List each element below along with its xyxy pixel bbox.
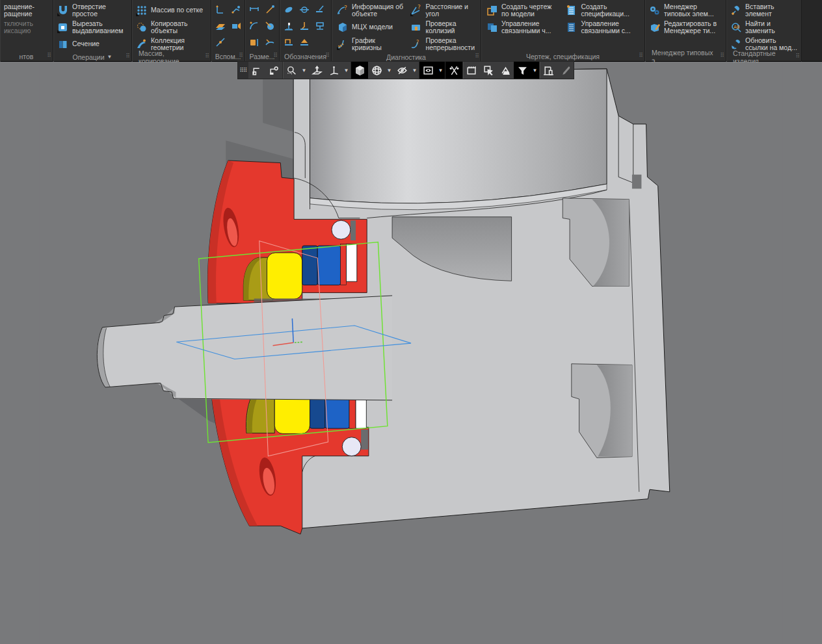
group-label-drawing-spec[interactable]: Чертеж, спецификация⠿ <box>481 51 644 62</box>
section-line-icon[interactable] <box>297 3 312 17</box>
item-label: ращение- <box>4 3 34 10</box>
group-label-template-manager[interactable]: Менеджер типовых э...⠿ <box>645 51 726 62</box>
ribbon-item-manage-linked-drawings[interactable]: Управлениесвязанными ч... <box>486 19 564 35</box>
group-grip[interactable]: ⠿ <box>47 52 51 58</box>
ribbon-item-insert-element[interactable]: Вставитьэлемент <box>730 2 799 18</box>
section-view-button[interactable] <box>445 62 462 79</box>
axis-z-icon <box>295 342 303 342</box>
group-label-elements[interactable]: нтов⠿ <box>0 51 53 62</box>
svg-text:?: ? <box>416 40 419 45</box>
bearing-roller-upper[interactable] <box>267 253 302 299</box>
ribbon-item-create-spec[interactable]: Создатьспецификаци... <box>566 2 642 18</box>
taper-icon[interactable] <box>297 35 312 49</box>
orient-view-button[interactable] <box>308 62 325 79</box>
plug-white-lower[interactable] <box>342 437 361 456</box>
spacer-white-upper[interactable] <box>347 244 357 281</box>
ribbon-item-object-info[interactable]: ? Информация обобъекте <box>337 2 409 18</box>
ribbon-item-template-manager[interactable]: Менеджертиповых элем... <box>649 2 723 18</box>
geometry-point-icon[interactable] <box>229 3 243 17</box>
bearing-ring-upper[interactable] <box>317 246 340 285</box>
svg-text:?: ? <box>344 5 347 11</box>
ribbon-item-manage-linked-specs[interactable]: Управлениесвязанными с... <box>566 19 642 35</box>
ribbon-item-distance-angle[interactable]: ? Расстояние иугол <box>410 2 478 18</box>
ribbon-item-collision-check[interactable]: Проверкаколлизий <box>410 19 478 35</box>
extrude-cut-icon <box>57 21 69 33</box>
ribbon-group-array-copy: Массив по сетке Копироватьобъекты Коллек… <box>132 0 211 62</box>
ribbon-item-section[interactable]: Сечение <box>57 36 129 52</box>
ribbon-item-extrude-cut[interactable]: Вырезатьвыдавливанием <box>57 19 129 35</box>
view-projection-icon[interactable] <box>229 19 243 33</box>
sketch-place-button[interactable] <box>265 62 282 79</box>
frame-tool-button[interactable] <box>463 62 480 79</box>
group-caret-icon[interactable]: ▼ <box>107 54 113 60</box>
collision-check-icon <box>410 21 422 33</box>
zoom-area-caret[interactable]: ▼ <box>300 62 308 79</box>
arc-dimension-icon[interactable] <box>263 35 277 49</box>
ribbon-item-simple-hole[interactable]: Отверстиепростое <box>57 2 129 18</box>
datum-icon[interactable] <box>282 19 296 33</box>
model-scene[interactable] <box>0 62 822 644</box>
ribbon-group-diagnostics: ? Информация обобъекте МЦХ модели График… <box>332 0 481 62</box>
hole-simple-icon <box>57 5 69 16</box>
edit-cube-icon <box>649 21 661 33</box>
coordinate-axes-button[interactable] <box>325 62 342 79</box>
group-label-operations[interactable]: Операции▼⠿ <box>53 52 131 62</box>
mass-properties-icon <box>337 21 349 33</box>
model-cylinder[interactable] <box>310 69 607 203</box>
surface-finish-icon[interactable] <box>297 19 312 33</box>
ribbon-group-dimensions: Разме...⠿ <box>245 0 280 62</box>
group-label-designations[interactable]: Обозначения⠿ <box>280 51 331 62</box>
display-wireframe-caret[interactable]: ▼ <box>385 62 393 79</box>
group-label-standard-parts[interactable]: Стандартные изделия⠿ <box>726 52 801 62</box>
tolerance-frame-icon[interactable] <box>313 19 327 33</box>
model-right-notch <box>632 175 641 189</box>
group-label-auxiliary[interactable]: Вспом...⠿ <box>211 51 245 62</box>
ribbon-item-revolve[interactable]: ращение-ращение <box>4 2 50 18</box>
ribbon-item-grid-array[interactable]: Массив по сетке <box>136 2 208 18</box>
clip-view-caret[interactable]: ▼ <box>436 62 445 79</box>
plug-white-upper[interactable] <box>332 220 351 239</box>
group-label-array-copy[interactable]: Массив, копирование⠿ <box>132 52 211 62</box>
angular-dimension-icon[interactable] <box>247 19 261 33</box>
curve-point-icon[interactable] <box>213 35 228 49</box>
toolbar-grip[interactable]: ⠿⠿ <box>238 62 248 79</box>
ribbon-item-curvature-graph[interactable]: Графиккривизны <box>337 36 409 52</box>
ribbon-item-create-drawing[interactable]: Создать чертежпо модели <box>486 2 564 18</box>
clip-view-button[interactable] <box>419 62 436 79</box>
construction-plane-icon[interactable] <box>213 19 228 33</box>
display-shaded-button[interactable] <box>351 62 368 79</box>
radial-dimension-icon[interactable] <box>263 19 277 33</box>
filter-caret[interactable]: ▼ <box>531 62 539 79</box>
roughness-icon[interactable] <box>282 3 296 17</box>
ribbon-item-mass-properties[interactable]: МЦХ модели <box>337 19 409 35</box>
svg-text:?: ? <box>418 5 421 10</box>
linear-dimension-icon[interactable] <box>247 3 261 17</box>
measure-stand-button[interactable] <box>540 62 557 79</box>
hidden-lines-button[interactable] <box>393 62 410 79</box>
zoom-area-button[interactable] <box>283 62 300 79</box>
group-label-diagnostics[interactable]: Диагностика⠿ <box>332 52 481 62</box>
filter-button[interactable] <box>514 62 531 79</box>
aligned-dimension-icon[interactable] <box>263 3 277 17</box>
diameter-dimension-icon[interactable] <box>247 35 261 49</box>
ribbon-group-operations: Отверстиепростое Вырезатьвыдавливанием С… <box>53 0 132 62</box>
group-label-dimensions[interactable]: Разме...⠿ <box>245 51 279 62</box>
fence-icon[interactable] <box>282 35 296 49</box>
ribbon-item-edit-in-manager[interactable]: Редактировать вМенеджере ти... <box>649 19 723 35</box>
display-wireframe-button[interactable] <box>368 62 385 79</box>
update-links-icon <box>730 38 742 50</box>
ribbon-item-copy-objects[interactable]: Копироватьобъекты <box>136 19 208 35</box>
leader-icon[interactable] <box>313 3 327 17</box>
bearing-ring-dark-upper[interactable] <box>302 246 318 285</box>
ribbon-item-find-replace[interactable]: АВ Найти изаменить <box>730 19 799 35</box>
sketch-button[interactable] <box>248 62 265 79</box>
create-spec-icon <box>566 5 577 16</box>
coordinate-axes-caret[interactable]: ▼ <box>342 62 351 79</box>
ribbon-item-continuity-check[interactable]: ? Проверканепрерывности <box>410 36 478 52</box>
hidden-lines-caret[interactable]: ▼ <box>410 62 419 79</box>
viewport-toolbar: ⠿⠿ ▼ ▼ ▼ ▼ ▼ ▼ <box>237 61 574 79</box>
touch-tool-button[interactable] <box>497 62 514 79</box>
mask-tool-button[interactable] <box>480 62 497 79</box>
coordinate-system-icon[interactable] <box>213 3 228 17</box>
viewport-3d[interactable]: ⠿⠿ ▼ ▼ ▼ ▼ ▼ ▼ <box>0 62 822 644</box>
